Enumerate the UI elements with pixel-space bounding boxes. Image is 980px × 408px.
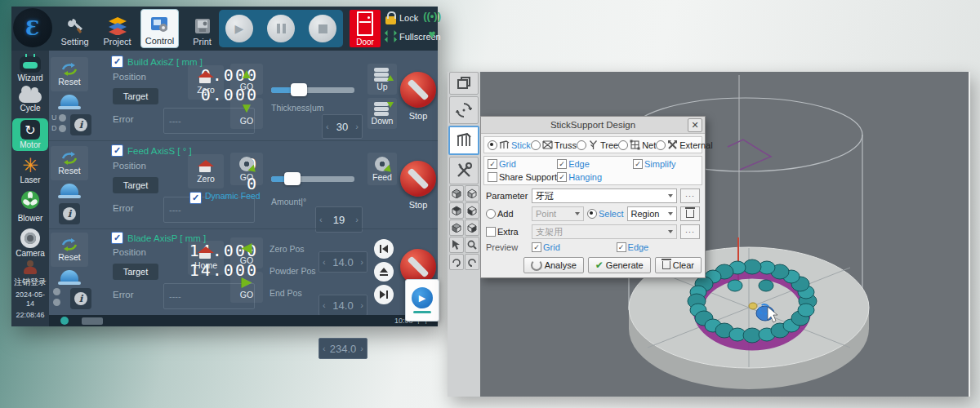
slider-knob[interactable]	[284, 172, 301, 185]
select-radio[interactable]: Select	[587, 209, 624, 219]
refresh-view-button[interactable]	[449, 96, 479, 124]
home-button[interactable]: Home	[188, 241, 224, 275]
rotate-cw-90-button[interactable]	[449, 254, 464, 270]
add-mode-combo[interactable]: Point	[532, 206, 584, 221]
tab-setting[interactable]: Setting	[56, 9, 94, 48]
tab-control[interactable]: Control	[140, 9, 179, 48]
target-button[interactable]: Target	[113, 88, 158, 104]
layer-up-button[interactable]: Up	[368, 64, 397, 95]
go-feed-button[interactable]: GO	[230, 153, 263, 185]
slider-knob[interactable]	[291, 83, 307, 96]
simplify-checkbox[interactable]: ✓ Simplify	[633, 159, 676, 169]
dialog-titlebar[interactable]: StickSupport Design ✕	[481, 117, 705, 134]
hanging-checkbox[interactable]: ✓ Hanging	[557, 172, 602, 182]
type-option-tree[interactable]: Tree	[577, 140, 618, 150]
view-cube-button[interactable]	[449, 202, 464, 219]
reset-button[interactable]: Reset	[51, 233, 88, 267]
sidebar-item-laser[interactable]: ✳ Laser	[11, 157, 49, 184]
lock-button[interactable]: Lock	[385, 11, 418, 24]
go-up-button[interactable]: ▲ GO	[230, 64, 263, 95]
rotate-ccw-90-button[interactable]	[465, 254, 479, 270]
play-button[interactable]: ▶	[225, 15, 253, 42]
feed-stop-button[interactable]: Stop	[400, 148, 436, 223]
info-button[interactable]: i	[70, 114, 91, 135]
reset-button[interactable]: Reset	[51, 146, 88, 180]
door-button[interactable]: Door	[350, 10, 381, 47]
type-option-truss[interactable]: Truss	[531, 140, 577, 150]
view-cube-button[interactable]	[465, 202, 479, 219]
stop-playback-button[interactable]	[309, 15, 336, 42]
signal-icon[interactable]: ((•))	[423, 10, 441, 22]
go-down-button[interactable]: ▼ GO	[230, 98, 263, 129]
go-right-button[interactable]: ▶ GO	[230, 272, 263, 303]
build-stop-button[interactable]: Stop	[400, 59, 436, 134]
zero-pos-spinner[interactable]: 14.0	[318, 251, 368, 273]
logout-link[interactable]: 注销登录	[11, 277, 49, 288]
reset-button[interactable]: Reset	[51, 57, 88, 91]
speed-slider[interactable]	[271, 87, 354, 93]
type-option-net[interactable]: Net	[618, 140, 656, 150]
info-button[interactable]: i	[59, 203, 80, 224]
extra-more-button[interactable]: ···	[680, 224, 700, 239]
tab-print[interactable]: Print	[183, 9, 221, 48]
dynamic-feed-checkbox[interactable]: ✓ Dynamic Feed	[189, 192, 263, 204]
preview-grid-checkbox[interactable]: ✓ Grid	[532, 242, 613, 252]
end-pos-spinner[interactable]: 234.0	[318, 338, 368, 359]
info-button[interactable]: i	[70, 288, 91, 309]
view-cube-button[interactable]	[449, 220, 464, 236]
amount-label: Amount|°	[271, 197, 306, 206]
generate-button[interactable]: ✔ Generate	[588, 257, 651, 273]
go-start-button[interactable]	[374, 239, 394, 259]
stick-support-tool-button[interactable]	[448, 126, 479, 155]
sidebar-item-cycle[interactable]: Cycle	[11, 88, 49, 113]
sidebar-item-blower[interactable]: Blower	[11, 190, 49, 223]
feed-speed-slider[interactable]	[271, 176, 354, 182]
play-circle-icon[interactable]: ▶	[412, 287, 433, 308]
target-button[interactable]: Target	[113, 264, 158, 280]
target-button[interactable]: Target	[113, 177, 158, 193]
share-support-checkbox[interactable]: Share Support	[488, 172, 557, 182]
pause-button[interactable]	[267, 15, 295, 42]
extra-checkbox[interactable]: Extra	[486, 227, 528, 237]
sidebar-item-wizard[interactable]: Wizard	[11, 56, 49, 82]
view-cube-button[interactable]	[449, 185, 464, 202]
zoom-button[interactable]	[465, 237, 479, 253]
sidebar-item-motor[interactable]: ↻ Motor	[12, 118, 48, 151]
eject-button[interactable]	[374, 262, 394, 282]
type-option-external[interactable]: External	[656, 140, 712, 150]
view-cube-button[interactable]	[465, 185, 479, 202]
zero-button[interactable]: Zero	[188, 65, 224, 100]
close-icon[interactable]: ✕	[688, 118, 702, 132]
import-object-button[interactable]	[449, 72, 479, 95]
tab-project[interactable]: Project	[98, 9, 136, 48]
zero-button[interactable]: Zero	[188, 154, 224, 188]
analyse-button[interactable]: Analyse	[523, 257, 584, 273]
add-radio[interactable]: Add	[486, 209, 528, 219]
desktop-background: Ɛ Setting Project	[0, 0, 980, 408]
thickness-spinner[interactable]: 30	[322, 114, 363, 139]
view-cube-button[interactable]	[465, 220, 479, 236]
powder-pos-spinner[interactable]: 14.0	[318, 295, 368, 316]
select-cursor-button[interactable]	[449, 237, 464, 253]
media-player-popup[interactable]: ▶	[405, 279, 439, 322]
edge-checkbox[interactable]: ✓ Edge	[557, 159, 633, 169]
go-end-button[interactable]	[374, 285, 394, 304]
end-pos-label: End Pos	[270, 288, 302, 298]
layer-down-button[interactable]: Down	[368, 98, 397, 129]
preview-edge-checkbox[interactable]: ✓ Edge	[617, 242, 649, 252]
clear-button[interactable]: Clear	[655, 257, 702, 273]
go-left-button[interactable]: ◀ GO	[230, 237, 263, 268]
grid-checkbox[interactable]: ✓ Grid	[488, 159, 557, 169]
tools-button[interactable]	[449, 157, 479, 184]
type-option-stick[interactable]: Stick	[488, 140, 531, 150]
extra-combo[interactable]: 支架用	[532, 224, 677, 239]
parameter-more-button[interactable]: ···	[680, 188, 700, 203]
parameter-combo[interactable]: 牙冠	[532, 188, 677, 203]
build-platform-3d-view[interactable]: StickSupport Design ✕ Stick Truss	[480, 72, 969, 397]
truss-icon	[542, 140, 553, 150]
heartbeat-icon[interactable]: ♥	[429, 27, 436, 41]
select-mode-combo[interactable]: Region	[627, 206, 677, 221]
sidebar-item-camera[interactable]: Camera	[11, 228, 49, 258]
feed-button[interactable]: Feed	[368, 153, 397, 185]
delete-selection-button[interactable]	[680, 206, 700, 221]
